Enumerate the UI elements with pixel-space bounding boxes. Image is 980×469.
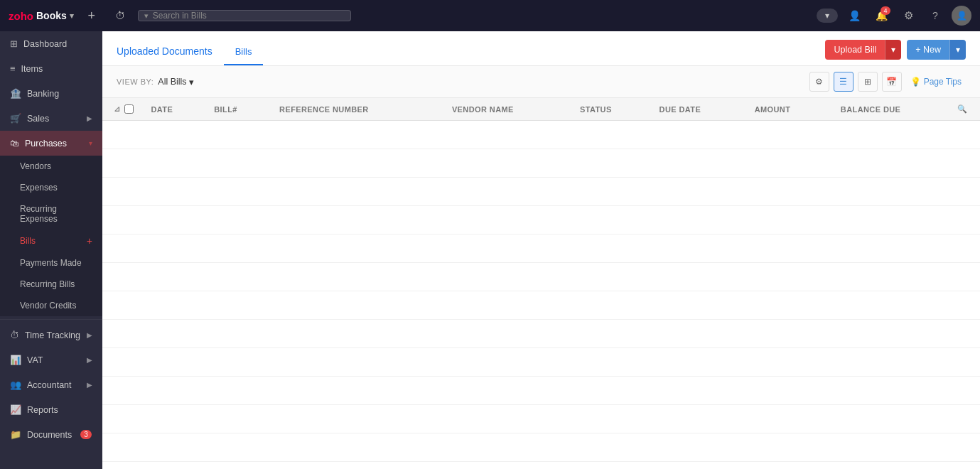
page-tabs: Uploaded Documents Bills: [117, 40, 263, 65]
avatar-initials: 👤: [957, 11, 967, 21]
contacts-button[interactable]: 👤: [844, 5, 865, 26]
select-all-header: ⊿: [102, 98, 142, 121]
new-button-group: + New ▾: [907, 40, 966, 60]
org-switcher[interactable]: ▾: [817, 9, 838, 23]
calendar-view-button[interactable]: 📅: [882, 72, 902, 92]
add-button[interactable]: +: [81, 5, 102, 26]
table-row: [102, 405, 980, 433]
reports-label: Reports: [27, 405, 58, 415]
table-row: [102, 121, 980, 149]
sales-icon: 🛒: [10, 113, 21, 124]
table-row: [102, 348, 980, 377]
sidebar-item-reports[interactable]: 📈 Reports: [0, 397, 102, 422]
logo-dropdown-icon[interactable]: ▾: [70, 11, 74, 21]
page-header-actions: Upload Bill ▾ + New ▾: [825, 40, 966, 65]
new-button[interactable]: + New: [907, 40, 949, 60]
upload-bill-dropdown-button[interactable]: ▾: [885, 40, 901, 60]
upload-bill-button[interactable]: Upload Bill: [825, 40, 885, 60]
bills-add-icon[interactable]: +: [87, 235, 92, 247]
vendor-column-header: VENDOR NAME: [443, 98, 571, 121]
list-view-icon: ☰: [839, 77, 847, 87]
search-input[interactable]: [153, 11, 345, 21]
grid-view-button[interactable]: ⊞: [858, 72, 878, 92]
sales-arrow-icon: ▶: [87, 114, 92, 122]
expand-col-icon[interactable]: ⊿: [114, 104, 120, 114]
lightbulb-icon: 💡: [910, 77, 921, 87]
sidebar-item-recurring-expenses[interactable]: Recurring Expenses: [0, 198, 102, 230]
documents-label: Documents: [27, 430, 72, 440]
new-dropdown-button[interactable]: ▾: [949, 40, 966, 60]
sidebar-item-documents[interactable]: 📁 Documents 3: [0, 422, 102, 447]
tab-bills[interactable]: Bills: [224, 41, 264, 65]
toolbar-right: ⚙ ☰ ⊞ 📅 💡 Page Tips: [809, 72, 966, 92]
time-tracking-icon: ⏱: [10, 330, 19, 340]
dashboard-icon: ⊞: [10, 38, 18, 49]
reference-column-header: REFERENCE NUMBER: [271, 98, 443, 121]
upload-bill-group: Upload Bill ▾: [825, 40, 901, 60]
sidebar-item-vendor-credits[interactable]: Vendor Credits: [0, 295, 102, 316]
table-row: [102, 178, 980, 206]
sidebar-item-label: Items: [21, 64, 43, 74]
sidebar-item-expenses[interactable]: Expenses: [0, 177, 102, 198]
sidebar-item-sales[interactable]: 🛒 Sales ▶: [0, 106, 102, 131]
status-column-header: STATUS: [571, 98, 651, 121]
settings-column-icon: ⚙: [815, 77, 823, 87]
gear-icon: ⚙: [904, 9, 913, 22]
sidebar-item-label: Dashboard: [23, 39, 67, 49]
help-button[interactable]: ?: [925, 5, 946, 26]
vat-label: VAT: [27, 355, 43, 365]
table-row: [102, 149, 980, 178]
documents-badge: 3: [80, 430, 92, 439]
sidebar-item-time-tracking[interactable]: ⏱ Time Tracking ▶: [0, 323, 102, 347]
sidebar-item-vat[interactable]: 📊 VAT ▶: [0, 347, 102, 372]
documents-icon: 📁: [10, 429, 21, 440]
app-logo[interactable]: zoho Books ▾: [9, 10, 74, 22]
view-by-value[interactable]: All Bills ▾: [158, 77, 193, 87]
select-all-checkbox[interactable]: [124, 104, 134, 114]
date-column-header: DATE: [142, 98, 205, 121]
tab-uploaded-documents[interactable]: Uploaded Documents: [117, 40, 224, 65]
settings-column-button[interactable]: ⚙: [809, 72, 829, 92]
page-tips-button[interactable]: 💡 Page Tips: [906, 74, 966, 90]
view-by-dropdown-icon: ▾: [189, 77, 194, 87]
search-dropdown-icon[interactable]: ▾: [144, 11, 149, 21]
notifications-button[interactable]: 🔔 4: [871, 5, 892, 26]
banking-icon: 🏦: [10, 88, 21, 99]
help-icon: ?: [932, 10, 938, 21]
sidebar-item-items[interactable]: ≡ Items: [0, 56, 102, 81]
search-column-header[interactable]: 🔍: [957, 98, 980, 121]
sidebar-item-purchases[interactable]: 🛍 Purchases ▾: [0, 131, 102, 156]
add-icon: +: [88, 9, 96, 23]
table-row: [102, 291, 980, 320]
history-button[interactable]: ⏱: [109, 5, 131, 26]
toolbar: VIEW BY: All Bills ▾ ⚙ ☰ ⊞ 📅: [102, 66, 980, 98]
history-icon: ⏱: [115, 10, 125, 21]
accountant-arrow-icon: ▶: [87, 381, 92, 389]
due-date-column-header: DUE DATE: [651, 98, 746, 121]
calendar-icon: 📅: [886, 77, 897, 87]
sidebar-item-vendors[interactable]: Vendors: [0, 156, 102, 177]
time-tracking-arrow-icon: ▶: [87, 331, 92, 339]
bills-table: ⊿ DATE BILL# REFERENCE NUMBER VENDOR NAM…: [102, 98, 980, 462]
sidebar-item-accountant[interactable]: 👥 Accountant ▶: [0, 372, 102, 397]
time-tracking-label: Time Tracking: [25, 330, 80, 340]
sidebar: ⊞ Dashboard ≡ Items 🏦 Banking 🛒 Sales ▶ …: [0, 31, 102, 469]
sidebar-item-recurring-bills[interactable]: Recurring Bills: [0, 274, 102, 295]
main-layout: ⊞ Dashboard ≡ Items 🏦 Banking 🛒 Sales ▶ …: [0, 31, 980, 469]
avatar[interactable]: 👤: [952, 6, 971, 26]
sidebar-item-dashboard[interactable]: ⊞ Dashboard: [0, 31, 102, 56]
table-row: [102, 320, 980, 348]
table-search-icon[interactable]: 🔍: [957, 104, 967, 113]
settings-button[interactable]: ⚙: [898, 5, 919, 26]
sidebar-item-banking[interactable]: 🏦 Banking: [0, 81, 102, 106]
purchases-arrow-icon: ▾: [89, 139, 92, 147]
bills-label: Bills: [20, 236, 36, 246]
amount-column-header: AMOUNT: [746, 98, 832, 121]
table-row: [102, 263, 980, 291]
sidebar-item-label: Banking: [27, 89, 59, 99]
list-view-button[interactable]: ☰: [834, 72, 854, 92]
sidebar-item-bills[interactable]: Bills +: [0, 230, 102, 252]
table-row: [102, 377, 980, 405]
sidebar-item-payments-made[interactable]: Payments Made: [0, 252, 102, 274]
accountant-label: Accountant: [27, 380, 72, 390]
